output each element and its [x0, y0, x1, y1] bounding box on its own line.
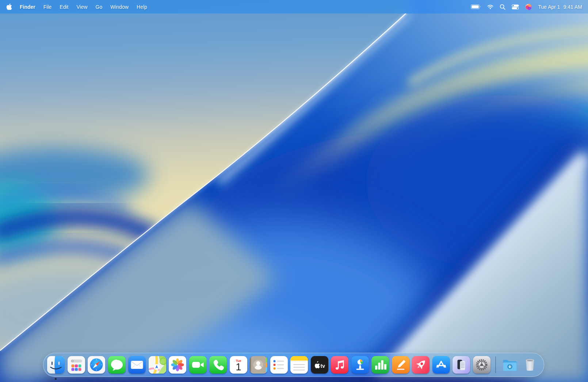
menu-help[interactable]: Help [133, 0, 151, 14]
siri-icon[interactable] [525, 0, 532, 14]
wifi-icon[interactable] [487, 0, 493, 14]
dock-item-pages[interactable] [392, 356, 409, 374]
desktop-wallpaper [0, 0, 588, 382]
dock-item-phone[interactable] [209, 356, 227, 374]
pages-icon [392, 356, 409, 374]
notes-icon [290, 356, 308, 374]
battery-icon[interactable] [471, 0, 481, 14]
menu-bar-left: FinderFileEditViewGoWindowHelp [7, 0, 151, 14]
contacts-icon [250, 356, 267, 374]
menu-bar-status-area: Tue Apr 1 9:41 AM [471, 0, 582, 14]
messages-icon [108, 356, 126, 374]
reminders-icon [270, 356, 288, 374]
music-icon [331, 356, 348, 374]
spotlight-search-icon[interactable] [500, 0, 505, 14]
iphone-mirroring-icon [453, 356, 470, 374]
downloads-icon [501, 356, 519, 374]
dock-item-facetime[interactable] [189, 356, 207, 374]
menu-finder[interactable]: Finder [16, 0, 39, 14]
clock-time: 9:41 AM [564, 4, 582, 10]
dock-item-appstore[interactable] [432, 356, 450, 374]
svg-text:tv: tv [320, 363, 325, 369]
calendar-icon: Tue1 [230, 356, 247, 374]
dock-item-trash[interactable] [521, 356, 539, 374]
dock-item-games[interactable] [412, 356, 429, 374]
trash-icon [521, 356, 539, 374]
desktop-screen: FinderFileEditViewGoWindowHelp Tue Apr 1… [0, 0, 588, 382]
control-center-icon[interactable] [512, 0, 519, 14]
facetime-icon [189, 356, 207, 374]
dock-item-calendar[interactable]: Tue1 [230, 356, 247, 374]
dock-item-notes[interactable] [290, 356, 308, 374]
apple-logo-icon [7, 4, 12, 10]
menu-view[interactable]: View [72, 0, 91, 14]
apple-menu-icon[interactable] [7, 0, 16, 14]
app-menus: FinderFileEditViewGoWindowHelp [16, 0, 151, 14]
keynote-icon [351, 356, 369, 374]
dock-item-finder[interactable] [47, 356, 65, 374]
phone-icon [209, 356, 227, 374]
mail-icon [128, 356, 146, 374]
tv-icon: tv [311, 356, 328, 374]
dock-item-photos[interactable] [169, 356, 186, 374]
dock-item-mail[interactable] [128, 356, 146, 374]
dock-item-reminders[interactable] [270, 356, 288, 374]
photos-icon [169, 356, 186, 374]
appstore-icon [432, 356, 450, 374]
dock-item-keynote[interactable] [351, 356, 369, 374]
dock-item-messages[interactable] [108, 356, 126, 374]
dock-item-settings[interactable] [473, 356, 490, 374]
dock-item-launchpad[interactable] [68, 356, 85, 374]
dock-item-contacts[interactable] [250, 356, 267, 374]
menu-edit[interactable]: Edit [56, 0, 72, 14]
status-icons [471, 0, 532, 14]
menu-go[interactable]: Go [92, 0, 107, 14]
menu-file[interactable]: File [39, 0, 56, 14]
dock-item-maps[interactable] [149, 356, 166, 374]
dock-item-downloads[interactable] [501, 356, 519, 374]
settings-icon [473, 356, 490, 374]
menu-bar: FinderFileEditViewGoWindowHelp Tue Apr 1… [0, 0, 588, 14]
launchpad-icon [68, 356, 85, 374]
dock-item-safari[interactable] [88, 356, 105, 374]
maps-icon [149, 356, 166, 374]
menu-window[interactable]: Window [106, 0, 133, 14]
games-icon [412, 356, 429, 374]
clock-date: Tue Apr 1 [538, 4, 560, 10]
finder-running-indicator [55, 378, 57, 380]
dock-separator [495, 356, 496, 373]
dock-item-tv[interactable]: tv [311, 356, 328, 374]
dock: Tue1tv [43, 353, 544, 377]
dock-item-iphone-mirroring[interactable] [453, 356, 470, 374]
dock-item-music[interactable] [331, 356, 348, 374]
dock-item-numbers[interactable] [371, 356, 389, 374]
safari-icon [88, 356, 105, 374]
svg-text:1: 1 [236, 362, 241, 373]
menu-bar-clock[interactable]: Tue Apr 1 9:41 AM [538, 4, 582, 10]
numbers-icon [371, 356, 389, 374]
finder-icon [47, 356, 65, 374]
